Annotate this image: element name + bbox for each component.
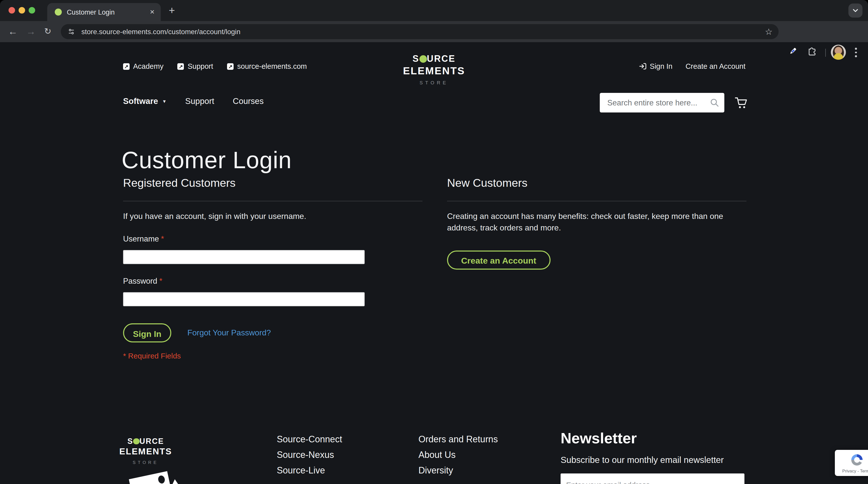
sign-in-row: Sign In Forgot Your Password? <box>123 323 423 343</box>
search-icon[interactable] <box>710 98 719 107</box>
required-asterisk: * <box>161 234 164 243</box>
footer-illustration <box>129 471 172 484</box>
pen-extension-icon[interactable] <box>787 46 798 56</box>
nav-item-support[interactable]: Support <box>185 96 214 106</box>
browser-menu-button[interactable] <box>855 48 857 57</box>
back-button[interactable]: ← <box>8 26 18 38</box>
header-sign-in-link[interactable]: Sign In <box>639 62 672 70</box>
section-intro: If you have an account, sign in with you… <box>123 211 423 222</box>
toolbar-divider <box>825 49 826 57</box>
footer-company-column: Orders and Returns About Us Diversity <box>418 435 498 475</box>
required-asterisk: * <box>159 277 162 285</box>
url-text[interactable]: store.source-elements.com/customer/accou… <box>82 28 240 36</box>
nav-item-courses[interactable]: Courses <box>233 96 264 106</box>
browser-toolbar: ← → ↻ store.source-elements.com/customer… <box>0 21 868 42</box>
login-icon <box>639 62 647 70</box>
new-tab-button[interactable]: + <box>169 4 175 17</box>
footer-link-diversity[interactable]: Diversity <box>418 466 498 475</box>
extensions-puzzle-icon[interactable] <box>807 46 817 57</box>
header-create-account-link[interactable]: Create an Account <box>685 62 745 70</box>
site-settings-icon[interactable] <box>67 28 75 36</box>
page-title: Customer Login <box>122 147 292 174</box>
footer-link-source-nexus[interactable]: Source-Nexus <box>277 450 342 459</box>
header-link-label: source-elements.com <box>237 62 307 70</box>
tab-search-button[interactable] <box>848 3 863 18</box>
registered-customers-section: Registered Customers If you have an acco… <box>123 177 423 360</box>
recaptcha-badge[interactable]: Privacy - Terms <box>835 450 868 476</box>
create-account-button[interactable]: Create an Account <box>447 251 550 270</box>
header-link-source-elements[interactable]: ↗ source-elements.com <box>227 62 307 70</box>
logo-text: ELEMENTS <box>115 446 177 457</box>
logo-text: URCE <box>427 54 456 64</box>
logo-green-dot-icon <box>420 55 427 63</box>
footer-link-source-live[interactable]: Source-Live <box>277 466 342 475</box>
username-field[interactable] <box>123 250 365 264</box>
username-label: Username* <box>123 234 423 244</box>
window-minimize-button[interactable] <box>19 7 25 13</box>
footer-products-column: Source-Connect Source-Nexus Source-Live <box>277 435 342 475</box>
footer-logo[interactable]: SURCE ELEMENTS STORE <box>115 437 177 465</box>
section-body: Creating an account has many benefits: c… <box>447 211 733 234</box>
create-account-label: Create an Account <box>685 62 745 70</box>
nav-label: Support <box>185 96 214 106</box>
store-search <box>600 93 724 112</box>
chevron-down-icon <box>852 7 859 14</box>
header-link-label: Support <box>188 62 213 70</box>
forgot-password-link[interactable]: Forgot Your Password? <box>187 328 271 337</box>
nav-item-software[interactable]: Software ▼ <box>123 96 166 106</box>
header-link-support[interactable]: ↗ Support <box>178 62 213 70</box>
chevron-down-icon: ▼ <box>162 99 166 104</box>
newsletter-section: Newsletter Subscribe to our monthly emai… <box>561 430 746 484</box>
browser-window: Customer Login ✕ + ← → ↻ store.source-el… <box>0 0 868 484</box>
bookmark-star-icon[interactable]: ☆ <box>765 27 773 37</box>
header-account-links: Sign In Create an Account <box>639 62 745 70</box>
nav-label: Software <box>123 96 158 106</box>
profile-avatar[interactable] <box>831 45 846 60</box>
newsletter-subtitle: Subscribe to our monthly email newslette… <box>561 455 746 465</box>
footer-illustration-fragment <box>172 479 179 484</box>
logo-text: ELEMENTS <box>384 65 484 77</box>
logo-text: S <box>412 54 419 64</box>
section-heading: Registered Customers <box>123 177 423 190</box>
password-label: Password* <box>123 277 423 286</box>
logo-text: S <box>127 437 133 445</box>
newsletter-email-input[interactable] <box>561 474 744 484</box>
forward-button[interactable]: → <box>26 26 36 38</box>
sign-in-button[interactable]: Sign In <box>123 323 171 343</box>
header-link-academy[interactable]: ↗ Academy <box>123 62 163 70</box>
store-logo[interactable]: SURCE ELEMENTS STORE <box>384 54 484 85</box>
logo-store-text: STORE <box>384 80 484 85</box>
main-navigation: Software ▼ Support Courses <box>123 96 264 106</box>
section-divider <box>123 201 423 201</box>
logo-text: URCE <box>140 437 164 445</box>
external-link-icon: ↗ <box>178 63 184 69</box>
tab-close-icon[interactable]: ✕ <box>150 8 155 15</box>
logo-store-text: STORE <box>115 460 177 465</box>
recaptcha-label: Privacy - Terms <box>835 469 868 474</box>
new-customers-section: New Customers Creating an account has ma… <box>447 177 746 270</box>
address-bar[interactable]: store.source-elements.com/customer/accou… <box>61 24 779 39</box>
section-divider <box>447 201 746 201</box>
label-text: Username <box>123 234 159 243</box>
footer-link-orders-returns[interactable]: Orders and Returns <box>418 435 498 444</box>
required-fields-note: * Required Fields <box>123 351 423 360</box>
recaptcha-icon <box>849 452 865 467</box>
footer-link-about-us[interactable]: About Us <box>418 450 498 459</box>
window-close-button[interactable] <box>8 7 15 13</box>
external-link-icon: ↗ <box>123 63 130 69</box>
search-input[interactable] <box>606 98 710 108</box>
external-link-icon: ↗ <box>227 63 234 69</box>
window-zoom-button[interactable] <box>29 7 35 13</box>
section-heading: New Customers <box>447 177 746 190</box>
reload-button[interactable]: ↻ <box>44 26 52 38</box>
tab-favicon-icon <box>55 8 62 15</box>
browser-tab[interactable]: Customer Login ✕ <box>47 3 161 21</box>
footer-link-source-connect[interactable]: Source-Connect <box>277 435 342 444</box>
sign-in-label: Sign In <box>650 62 672 70</box>
label-text: Password <box>123 277 157 285</box>
header-utility-links: ↗ Academy ↗ Support ↗ source-elements.co… <box>123 62 307 70</box>
password-field[interactable] <box>123 292 365 306</box>
nav-label: Courses <box>233 96 264 106</box>
tab-title: Customer Login <box>67 8 150 16</box>
cart-icon[interactable] <box>734 96 748 109</box>
